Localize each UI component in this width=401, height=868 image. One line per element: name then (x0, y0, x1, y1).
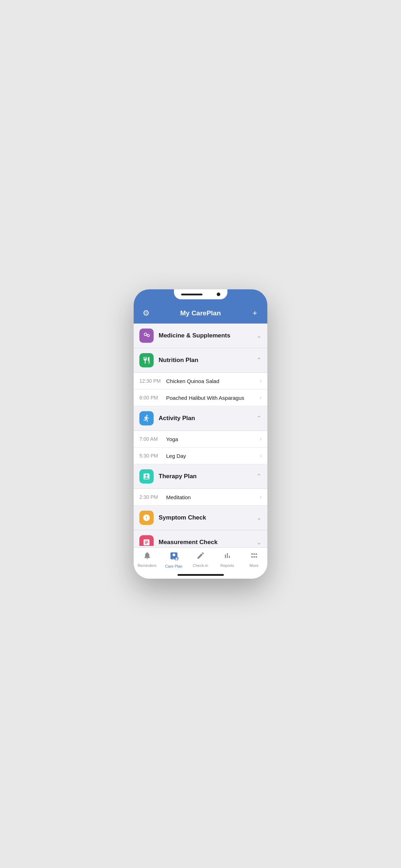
therapy-title: Therapy Plan (159, 473, 256, 480)
reports-icon (223, 551, 232, 562)
nutrition-time-1: 12:30 PM (139, 378, 166, 384)
nutrition-time-2: 8:00 PM (139, 395, 166, 401)
checkin-icon (196, 551, 205, 562)
reminders-icon (143, 551, 151, 562)
reminders-label: Reminders (138, 563, 156, 568)
measurement-chevron: ⌄ (256, 538, 262, 546)
more-label: More (250, 563, 258, 568)
activity-name-1: Yoga (166, 436, 260, 442)
page-title: My CarePlan (180, 309, 221, 317)
notch (174, 289, 227, 299)
nutrition-item-2[interactable]: 8:00 PM Poached Halibut With Asparagus › (134, 389, 267, 406)
nutrition-chevron: ⌃ (256, 356, 262, 364)
tab-careplan[interactable]: Care Plan (160, 551, 187, 568)
reports-label: Reports (220, 563, 234, 568)
activity-title: Activity Plan (159, 415, 256, 422)
tab-more[interactable]: More (241, 551, 267, 568)
careplan-icon (169, 551, 179, 563)
activity-item-2[interactable]: 5:30 PM Leg Day › (134, 448, 267, 464)
activity-chevron-1: › (260, 436, 262, 442)
tab-checkin[interactable]: Check-in (187, 551, 214, 568)
medicine-chevron: ⌄ (256, 332, 262, 340)
phone-frame: ⚙ My CarePlan + Medicine & Supplements ⌄… (134, 289, 267, 579)
nutrition-chevron-2: › (260, 394, 262, 401)
symptom-icon (139, 511, 154, 525)
section-measurement[interactable]: Measurement Check ⌄ (134, 530, 267, 546)
nutrition-item-1[interactable]: 12:30 PM Chicken Quinoa Salad › (134, 373, 267, 389)
nutrition-chevron-1: › (260, 378, 262, 384)
measurement-title: Measurement Check (159, 539, 256, 546)
home-indicator (178, 574, 224, 576)
nutrition-name-1: Chicken Quinoa Salad (166, 378, 260, 384)
tab-reminders[interactable]: Reminders (134, 551, 160, 568)
activity-time-1: 7:00 AM (139, 436, 166, 442)
section-medicine[interactable]: Medicine & Supplements ⌄ (134, 324, 267, 348)
medicine-title: Medicine & Supplements (159, 332, 256, 339)
checkin-label: Check-in (193, 563, 208, 568)
activity-icon (139, 411, 154, 425)
section-symptom[interactable]: Symptom Check ⌄ (134, 506, 267, 530)
status-bar (134, 289, 267, 305)
symptom-title: Symptom Check (159, 514, 256, 521)
nutrition-name-2: Poached Halibut With Asparagus (166, 395, 260, 401)
activity-item-1[interactable]: 7:00 AM Yoga › (134, 431, 267, 448)
careplan-label: Care Plan (165, 564, 182, 568)
section-therapy[interactable]: Therapy Plan ⌃ (134, 464, 267, 489)
notch-pill (181, 294, 202, 295)
therapy-name-1: Meditation (166, 494, 260, 500)
add-icon[interactable]: + (250, 309, 260, 318)
medicine-icon (139, 329, 154, 343)
therapy-chevron: ⌃ (256, 472, 262, 480)
section-activity[interactable]: Activity Plan ⌃ (134, 406, 267, 431)
activity-time-2: 5:30 PM (139, 453, 166, 459)
activity-chevron: ⌃ (256, 414, 262, 422)
activity-name-2: Leg Day (166, 453, 260, 459)
therapy-time-1: 2:30 PM (139, 494, 166, 500)
nutrition-title: Nutrition Plan (159, 357, 256, 364)
settings-icon[interactable]: ⚙ (141, 309, 151, 318)
symptom-chevron: ⌄ (256, 514, 262, 522)
activity-chevron-2: › (260, 453, 262, 459)
nutrition-icon (139, 353, 154, 367)
measurement-icon (139, 535, 154, 546)
section-nutrition[interactable]: Nutrition Plan ⌃ (134, 348, 267, 373)
therapy-chevron-1: › (260, 494, 262, 500)
more-icon (250, 551, 258, 562)
therapy-icon (139, 469, 154, 484)
main-content: Medicine & Supplements ⌄ Nutrition Plan … (134, 324, 267, 546)
therapy-item-1[interactable]: 2:30 PM Meditation › (134, 489, 267, 506)
notch-dot (217, 293, 220, 296)
tab-reports[interactable]: Reports (214, 551, 241, 568)
app-header: ⚙ My CarePlan + (134, 305, 267, 324)
